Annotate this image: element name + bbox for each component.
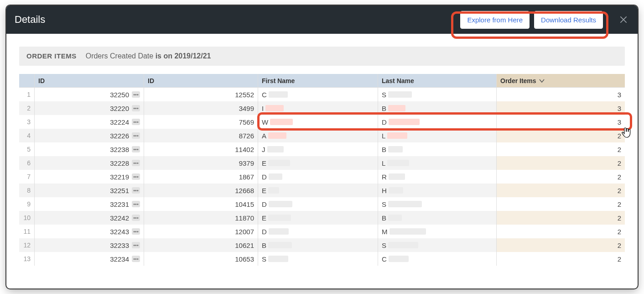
table-row[interactable]: 1132243•••12007DM2 xyxy=(19,225,625,238)
id1-value: 32224 xyxy=(110,118,129,126)
table-row[interactable]: 932231•••10415DS2 xyxy=(19,197,625,211)
col-header-first-name[interactable]: First Name xyxy=(258,74,378,87)
order-items-value: 2 xyxy=(618,173,621,181)
first-name-initial: E xyxy=(262,214,266,222)
table-row[interactable]: 532238•••11402JB2 xyxy=(19,142,625,156)
cell-last-name: B xyxy=(378,211,497,225)
id2-value: 11402 xyxy=(235,146,254,153)
row-actions-icon[interactable]: ••• xyxy=(132,146,140,152)
table-row[interactable]: 332224•••7569WD3 xyxy=(19,115,625,129)
col-header-order-items[interactable]: Order Items xyxy=(497,74,625,87)
order-items-value: 2 xyxy=(618,200,621,208)
cell-id2: 1867 xyxy=(144,170,258,184)
cell-id2: 8726 xyxy=(144,129,258,142)
cell-id1: 32220••• xyxy=(35,101,144,115)
cell-order-items: 2 xyxy=(497,184,625,197)
id1-value: 32231 xyxy=(110,200,129,208)
filter-prefix: Orders Created Date xyxy=(86,52,156,60)
id1-value: 32242 xyxy=(110,214,129,222)
col-header-id1-label: ID xyxy=(38,77,45,84)
redacted-text xyxy=(387,132,407,139)
cell-last-name: S xyxy=(378,88,497,101)
cell-id2: 11870 xyxy=(144,211,258,225)
filter-bar: ORDER ITEMS Orders Created Date is on 20… xyxy=(19,47,625,66)
table-row[interactable]: 432226•••8726AL2 xyxy=(19,129,625,142)
last-name-initial: H xyxy=(382,187,387,194)
row-actions-icon[interactable]: ••• xyxy=(132,256,140,262)
cell-first-name: E xyxy=(258,211,378,225)
cell-first-name: D xyxy=(258,170,378,184)
row-actions-icon[interactable]: ••• xyxy=(132,105,140,111)
cell-last-name: L xyxy=(378,129,497,142)
cell-order-items: 2 xyxy=(497,238,625,252)
cell-order-items: 2 xyxy=(497,156,625,170)
redacted-text xyxy=(267,146,284,152)
details-modal: Details Explore from Here Download Resul… xyxy=(6,5,638,289)
col-header-id2[interactable]: ID xyxy=(144,74,258,87)
row-actions-icon[interactable]: ••• xyxy=(132,173,140,180)
table-row[interactable]: 732219•••1867DR2 xyxy=(19,170,625,184)
row-actions-icon[interactable]: ••• xyxy=(132,228,140,235)
cell-order-items: 2 xyxy=(497,211,625,225)
redacted-text xyxy=(388,105,405,111)
cell-id1: 32233••• xyxy=(35,238,144,252)
cell-last-name: H xyxy=(378,184,497,197)
table-row[interactable]: 832251•••12668EH2 xyxy=(19,184,625,197)
redacted-text xyxy=(269,173,282,180)
filter-value: is on 2019/12/21 xyxy=(156,52,211,60)
table-row[interactable]: 632228•••9379EL2 xyxy=(19,156,625,170)
cell-id1: 32250••• xyxy=(35,88,144,101)
row-actions-icon[interactable]: ••• xyxy=(132,132,140,139)
id2-value: 12668 xyxy=(235,187,254,194)
close-button[interactable] xyxy=(618,14,629,26)
cell-id2: 7569 xyxy=(144,115,258,129)
col-header-id1[interactable]: ID xyxy=(35,74,144,87)
header-actions: Explore from Here Download Results xyxy=(460,11,629,29)
table-row[interactable]: 1032242•••11870EB2 xyxy=(19,211,625,225)
order-items-value: 3 xyxy=(618,118,621,126)
redacted-text xyxy=(387,160,409,166)
first-name-initial: I xyxy=(262,105,264,112)
table-row[interactable]: 1232233•••10621BS2 xyxy=(19,238,625,252)
row-actions-icon[interactable]: ••• xyxy=(132,160,140,166)
row-actions-icon[interactable]: ••• xyxy=(132,187,140,194)
cell-last-name: R xyxy=(378,170,497,184)
table-row[interactable]: 132250•••12552CS3 xyxy=(19,88,625,101)
first-name-initial: C xyxy=(262,91,267,99)
row-number: 5 xyxy=(19,142,35,156)
cell-id1: 32243••• xyxy=(35,225,144,238)
col-header-last-name[interactable]: Last Name xyxy=(378,74,497,87)
cell-first-name: S xyxy=(258,252,378,266)
cell-last-name: M xyxy=(378,225,497,238)
row-actions-icon[interactable]: ••• xyxy=(132,91,140,98)
last-name-initial: S xyxy=(382,91,386,99)
last-name-initial: L xyxy=(382,159,385,167)
cell-id1: 32231••• xyxy=(35,197,144,211)
row-actions-icon[interactable]: ••• xyxy=(132,215,140,221)
modal-title: Details xyxy=(15,14,460,26)
id1-value: 32234 xyxy=(110,255,129,263)
row-actions-icon[interactable]: ••• xyxy=(132,242,140,248)
first-name-initial: W xyxy=(262,118,268,126)
explore-from-here-button[interactable]: Explore from Here xyxy=(460,11,530,29)
download-results-button[interactable]: Download Results xyxy=(534,11,603,29)
id1-value: 32243 xyxy=(110,228,129,236)
redacted-text xyxy=(265,105,284,111)
first-name-initial: D xyxy=(262,200,267,208)
redacted-text xyxy=(389,173,405,180)
first-name-initial: J xyxy=(262,146,265,153)
col-header-rownum xyxy=(19,74,35,87)
redacted-text xyxy=(268,160,290,166)
cell-first-name: W xyxy=(258,115,378,129)
row-actions-icon[interactable]: ••• xyxy=(132,201,140,207)
cell-order-items: 3 xyxy=(497,115,625,129)
cell-last-name: L xyxy=(378,156,497,170)
cell-first-name: D xyxy=(258,197,378,211)
redacted-text xyxy=(388,201,422,207)
table-row[interactable]: 1332234•••10653SC2 xyxy=(19,252,625,266)
table-row[interactable]: 232220•••3499IB3 xyxy=(19,101,625,115)
order-items-value: 2 xyxy=(618,255,621,263)
row-number: 8 xyxy=(19,184,35,197)
id1-value: 32226 xyxy=(110,132,129,140)
row-actions-icon[interactable]: ••• xyxy=(132,119,140,125)
